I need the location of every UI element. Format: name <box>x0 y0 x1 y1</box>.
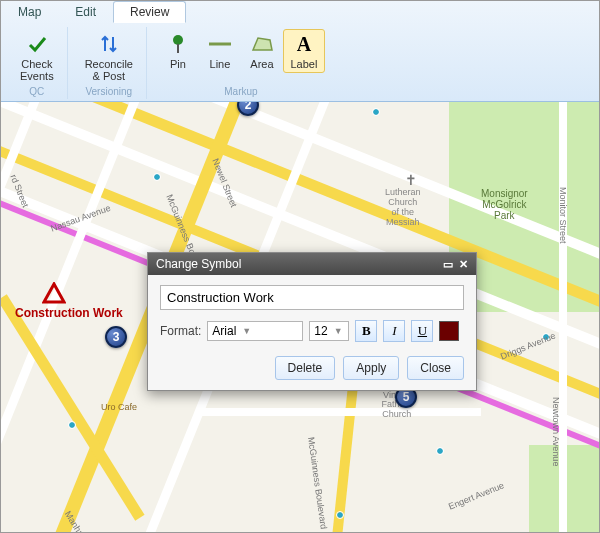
map-node <box>69 422 75 428</box>
delete-button[interactable]: Delete <box>275 356 336 380</box>
tab-review-label: Review <box>130 5 169 19</box>
church-icon: ✝ <box>405 172 417 188</box>
underline-button[interactable]: U <box>411 320 433 342</box>
map-node <box>154 174 160 180</box>
group-versioning: Reconcile & Post Versioning <box>72 27 147 99</box>
tab-map[interactable]: Map <box>1 1 58 23</box>
toolbar: Map Edit Review Check Events QC Reconcil… <box>1 1 599 102</box>
annotation-label[interactable]: Construction Work <box>15 306 123 320</box>
size-value: 12 <box>314 324 327 338</box>
dialog-titlebar[interactable]: Change Symbol ▭ ✕ <box>148 253 476 275</box>
svg-rect-1 <box>177 44 179 53</box>
markup-pin-button[interactable]: Pin <box>157 29 199 73</box>
close-button[interactable]: Close <box>407 356 464 380</box>
collapse-icon[interactable]: ▭ <box>443 258 453 271</box>
tab-edit[interactable]: Edit <box>58 1 113 23</box>
reconcile-label: Reconcile & Post <box>85 58 133 82</box>
triangle-icon <box>42 282 66 304</box>
ribbon: Check Events QC Reconcile & Post Version… <box>1 23 599 101</box>
sync-icon <box>95 32 123 56</box>
road-monitor <box>559 102 567 533</box>
pin-icon <box>164 32 192 56</box>
markup-label-button[interactable]: A Label <box>283 29 325 73</box>
markup-area-button[interactable]: Area <box>241 29 283 73</box>
markup-area-label: Area <box>250 58 273 70</box>
dialog-body: Format: Arial▼ 12▼ B I U Delete Apply Cl… <box>148 275 476 390</box>
map-node <box>437 448 443 454</box>
dialog-buttons: Delete Apply Close <box>160 356 464 380</box>
map-node <box>373 109 379 115</box>
reconcile-post-button[interactable]: Reconcile & Post <box>78 29 140 85</box>
italic-button[interactable]: I <box>383 320 405 342</box>
check-icon <box>23 32 51 56</box>
markup-pin-label: Pin <box>170 58 186 70</box>
format-row: Format: Arial▼ 12▼ B I U <box>160 320 464 342</box>
bold-button[interactable]: B <box>355 320 377 342</box>
poi-urocafe: Uro Cafe <box>101 402 137 412</box>
check-events-button[interactable]: Check Events <box>13 29 61 85</box>
font-combo[interactable]: Arial▼ <box>207 321 303 341</box>
font-value: Arial <box>212 324 236 338</box>
svg-marker-4 <box>44 284 64 302</box>
close-icon[interactable]: ✕ <box>459 258 468 271</box>
tab-strip: Map Edit Review <box>1 1 599 23</box>
annotation-marker[interactable] <box>42 282 66 307</box>
poi-park: Monsignor McGolrick Park <box>481 188 528 221</box>
group-qc: Check Events QC <box>7 27 68 99</box>
map-node <box>337 512 343 518</box>
markup-line-label: Line <box>210 58 231 70</box>
chevron-down-icon: ▼ <box>242 326 251 336</box>
group-versioning-title: Versioning <box>85 86 132 97</box>
area-icon <box>248 32 276 56</box>
markup-label-label: Label <box>290 58 317 70</box>
poi-lutheran: Lutheran Church of the Messiah <box>385 188 421 228</box>
size-combo[interactable]: 12▼ <box>309 321 349 341</box>
map-canvas[interactable]: Nassau Avenue McGuinness Boulevard Newel… <box>1 102 599 533</box>
group-markup-title: Markup <box>224 86 257 97</box>
line-icon <box>206 32 234 56</box>
road-broome <box>201 408 481 416</box>
tab-review[interactable]: Review <box>113 1 186 23</box>
svg-point-0 <box>173 35 183 45</box>
road-label-monitor: Monitor Street <box>558 187 568 244</box>
format-label: Format: <box>160 324 201 338</box>
color-swatch[interactable] <box>439 321 459 341</box>
label-text-input[interactable] <box>160 285 464 310</box>
callout-3: 3 <box>105 326 127 348</box>
svg-marker-3 <box>253 38 272 50</box>
change-symbol-dialog: Change Symbol ▭ ✕ Format: Arial▼ 12▼ B I… <box>147 252 477 391</box>
group-markup: Pin Line Area A Label Markup <box>151 27 331 99</box>
markup-line-button[interactable]: Line <box>199 29 241 73</box>
tab-map-label: Map <box>18 5 41 19</box>
chevron-down-icon: ▼ <box>334 326 343 336</box>
tab-edit-label: Edit <box>75 5 96 19</box>
dialog-title: Change Symbol <box>156 257 241 271</box>
apply-button[interactable]: Apply <box>343 356 399 380</box>
group-qc-title: QC <box>29 86 44 97</box>
road-label-newtown: Newtown Avenue <box>551 397 561 466</box>
check-events-label: Check Events <box>20 58 54 82</box>
label-icon: A <box>290 32 318 56</box>
